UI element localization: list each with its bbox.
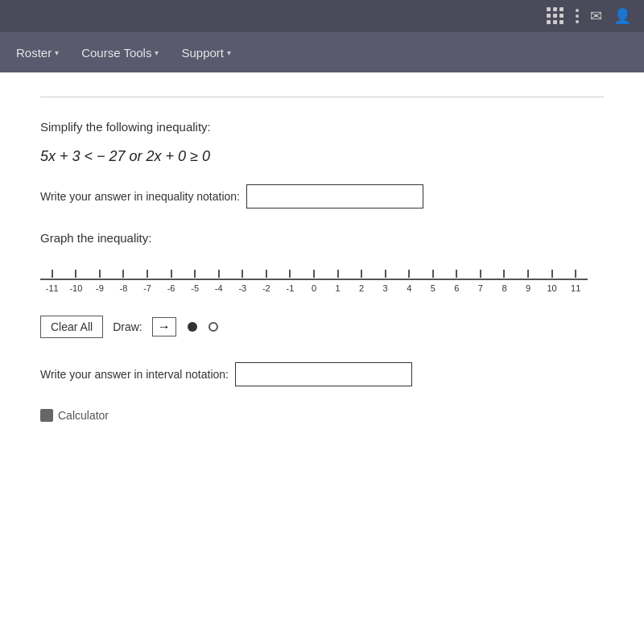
roster-chevron-icon: ▾ (55, 48, 59, 57)
nl-tick: 5 (421, 270, 445, 293)
nl-tick-label: -3 (238, 283, 246, 293)
arrow-draw-tool[interactable]: → (152, 317, 176, 336)
interval-input[interactable] (235, 362, 412, 386)
nl-tick-label: 0 (312, 283, 316, 293)
main-content: Simplify the following inequality: 5x + … (0, 72, 644, 644)
open-circle-icon (208, 322, 218, 332)
nl-tick: 1 (326, 270, 350, 293)
nl-tick-mark (171, 270, 172, 278)
math-expression: 5x + 3 < − 27 or 2x + 0 ≥ 0 (40, 148, 604, 165)
nl-tick-mark (456, 270, 457, 278)
nl-tick-mark (242, 270, 243, 278)
nav-support-label: Support (181, 46, 224, 60)
nl-tick-mark (551, 270, 553, 278)
inequality-answer-row: Write your answer in inequality notation… (40, 184, 604, 208)
nl-tick: -9 (88, 270, 112, 293)
nl-tick-label: 9 (526, 283, 530, 293)
nl-tick: -8 (112, 270, 136, 293)
nl-tick-label: -6 (167, 283, 175, 293)
nav-item-roster[interactable]: Roster ▾ (16, 46, 59, 60)
nl-tick-label: -5 (191, 283, 199, 293)
nl-tick-label: -10 (69, 283, 82, 293)
draw-label: Draw: (113, 320, 142, 333)
nl-tick-mark (361, 270, 362, 278)
filled-circle-tool[interactable] (188, 322, 197, 332)
nl-tick-label: -4 (215, 283, 223, 293)
calculator-row[interactable]: Calculator (40, 409, 604, 422)
nl-tick-label: -8 (120, 283, 128, 293)
number-line: -11-10-9-8-7-6-5-4-3-2-101234567891011 (40, 269, 588, 293)
draw-tools: → (152, 317, 218, 336)
nl-tick: -2 (254, 270, 279, 293)
nl-tick: -7 (135, 270, 159, 293)
nl-tick-mark (194, 270, 196, 278)
nl-tick-mark (289, 270, 291, 278)
nl-tick-mark (266, 270, 267, 278)
mail-icon[interactable]: ✉ (590, 7, 602, 25)
nl-tick-mark (99, 270, 101, 278)
nl-tick-mark (503, 270, 505, 278)
nl-tick-mark (52, 270, 53, 278)
nl-tick-label: -1 (287, 283, 295, 293)
nl-tick: 6 (445, 270, 469, 293)
nl-tick-mark (147, 270, 148, 278)
nl-tick: 11 (564, 270, 588, 293)
nl-tick-mark (122, 270, 124, 278)
nl-tick-label: 3 (383, 283, 388, 293)
nl-tick-mark (575, 270, 576, 278)
nl-tick: 8 (493, 270, 517, 293)
inequality-input[interactable] (246, 184, 423, 208)
nav-bar: Roster ▾ Course Tools ▾ Support ▾ (0, 32, 644, 72)
open-circle-tool[interactable] (208, 322, 218, 332)
nl-tick: 0 (302, 270, 326, 293)
nl-tick-label: 5 (431, 283, 436, 293)
clear-all-button[interactable]: Clear All (40, 316, 103, 338)
nl-tick: -11 (40, 270, 64, 293)
nav-course-tools-label: Course Tools (81, 46, 151, 60)
nl-tick: 4 (397, 270, 421, 293)
question-instruction: Simplify the following inequality: (40, 120, 604, 134)
support-chevron-icon: ▾ (227, 48, 231, 57)
course-tools-chevron-icon: ▾ (155, 48, 159, 57)
controls-row: Clear All Draw: → (40, 316, 604, 338)
nl-tick-mark (408, 270, 410, 278)
nav-item-course-tools[interactable]: Course Tools ▾ (81, 46, 159, 60)
more-options-icon[interactable] (576, 9, 579, 23)
nl-tick-label: 8 (502, 283, 506, 293)
nl-tick: -5 (183, 270, 207, 293)
nl-tick: -6 (159, 270, 184, 293)
nl-tick-mark (75, 270, 76, 278)
graph-label: Graph the inequality: (40, 231, 604, 245)
nl-tick-mark (385, 270, 386, 278)
nav-roster-label: Roster (16, 46, 52, 60)
nl-tick-label: 10 (547, 283, 556, 293)
nav-item-support[interactable]: Support ▾ (181, 46, 231, 60)
nl-tick-label: 11 (571, 283, 580, 293)
nl-tick-label: 1 (335, 283, 340, 293)
nl-tick-label: 4 (407, 283, 411, 293)
interval-answer-row: Write your answer in interval notation: (40, 362, 604, 386)
divider (40, 97, 604, 97)
nl-tick: -3 (231, 270, 255, 293)
nl-tick-label: -2 (262, 283, 270, 293)
top-bar-icons: ✉ 👤 (547, 7, 631, 25)
nl-tick: 2 (349, 270, 374, 293)
nl-tick-mark (480, 270, 481, 278)
nl-tick-label: -7 (143, 283, 151, 293)
calculator-icon (40, 409, 53, 422)
number-line-container: -11-10-9-8-7-6-5-4-3-2-101234567891011 (40, 261, 588, 293)
arrow-icon: → (152, 317, 176, 336)
interval-label: Write your answer in interval notation: (40, 368, 229, 381)
profile-icon[interactable]: 👤 (613, 7, 631, 25)
nl-tick-label: 7 (478, 283, 483, 293)
grid-icon[interactable] (547, 7, 564, 25)
nl-tick-mark (527, 270, 529, 278)
nl-tick: 10 (540, 270, 564, 293)
nl-tick-mark (313, 270, 315, 278)
nl-tick-mark (218, 270, 220, 278)
number-line-ticks: -11-10-9-8-7-6-5-4-3-2-101234567891011 (40, 270, 588, 293)
nl-tick-label: -9 (96, 283, 104, 293)
nl-tick-label: -11 (46, 283, 59, 293)
nl-tick: 7 (469, 270, 493, 293)
nl-tick-mark (337, 270, 339, 278)
